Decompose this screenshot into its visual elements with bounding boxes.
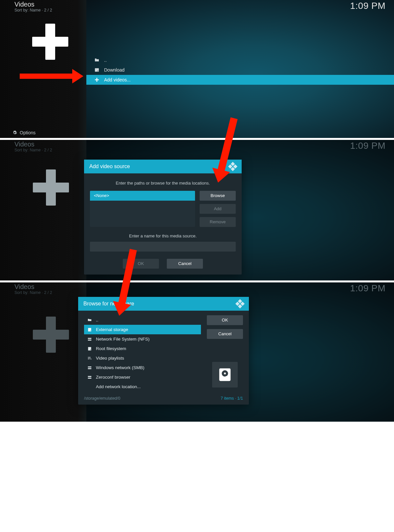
list-row-add-videos[interactable]: Add videos... <box>86 75 394 85</box>
browse-row-video-playlists[interactable]: Video playlists <box>84 353 201 363</box>
browse-row-zeroconf[interactable]: Zeroconf browser <box>84 372 201 382</box>
browse-row-smb[interactable]: Windows network (SMB) <box>84 363 201 372</box>
name-message: Enter a name for this media source. <box>90 233 236 238</box>
status-path: /storage/emulated/0 <box>84 396 120 401</box>
path-row-none[interactable]: <None> <box>90 191 195 201</box>
svg-rect-6 <box>88 347 91 350</box>
network-icon <box>87 366 92 370</box>
list-row-download[interactable]: Download <box>86 65 394 75</box>
sidebar: Videos Sort by: Name · 2 / 2 <box>0 140 86 280</box>
row-label: Windows network (SMB) <box>96 365 144 370</box>
file-list: .. External storage Network File System … <box>84 315 201 391</box>
page-title: Videos <box>14 1 34 8</box>
svg-rect-9 <box>88 368 92 369</box>
svg-rect-5 <box>88 340 92 341</box>
sort-subtitle: Sort by: Name · 2 / 2 <box>14 148 52 152</box>
plus-small-icon <box>94 77 99 82</box>
folder-icon <box>94 57 99 63</box>
blank-icon <box>87 385 92 389</box>
page-title: Videos <box>14 283 34 291</box>
svg-point-3 <box>90 330 91 331</box>
remove-path-button[interactable]: Remove <box>200 217 236 227</box>
sort-subtitle: Sort by: Name · 2 / 2 <box>14 290 52 295</box>
browse-row-root[interactable]: Root filesystem <box>84 344 201 353</box>
annotation-arrow-1 <box>20 74 73 79</box>
status-items: 7 items · 1/1 <box>221 396 243 401</box>
ok-button[interactable]: OK <box>207 315 243 325</box>
browse-row-parent[interactable]: .. <box>84 315 201 325</box>
sidebar: Videos Sort by: Name · 2 / 2 <box>0 282 86 422</box>
add-path-button[interactable]: Add <box>200 204 236 214</box>
gear-icon <box>12 130 17 135</box>
svg-rect-11 <box>88 378 92 379</box>
svg-rect-10 <box>88 376 92 377</box>
panel-2-add-source-dialog: Videos Sort by: Name · 2 / 2 1:09 PM Add… <box>0 140 394 280</box>
svg-point-14 <box>224 372 226 374</box>
svg-rect-8 <box>88 366 92 367</box>
page-title: Videos <box>14 141 34 148</box>
row-label: .. <box>104 57 107 63</box>
row-label: Download <box>104 67 124 73</box>
row-label: Zeroconf browser <box>96 375 130 380</box>
dialog-browse-share: Browse for new share .. External storage… <box>78 297 249 405</box>
row-label: Add network location... <box>96 384 141 389</box>
clock: 1:09 PM <box>350 141 385 151</box>
plus-icon <box>33 317 69 353</box>
svg-point-7 <box>90 349 91 350</box>
cancel-button[interactable]: Cancel <box>207 329 243 339</box>
source-name-input[interactable] <box>90 242 236 252</box>
panel-3-browse-share: Videos Sort by: Name · 2 / 2 1:09 PM Bro… <box>0 282 394 422</box>
network-icon <box>87 337 92 342</box>
row-label: Video playlists <box>96 356 124 361</box>
network-icon <box>87 375 92 380</box>
svg-rect-4 <box>88 338 92 339</box>
browse-button[interactable]: Browse <box>200 191 236 201</box>
list-row-parent[interactable]: .. <box>86 55 394 65</box>
drive-thumbnail <box>212 362 238 388</box>
row-label: Add videos... <box>104 77 131 82</box>
sort-subtitle: Sort by: Name · 2 / 2 <box>14 8 52 12</box>
status-bar: /storage/emulated/0 7 items · 1/1 <box>78 394 249 405</box>
kodi-logo-icon <box>235 299 245 309</box>
panel-1-add-videos: Videos Sort by: Name · 2 / 2 Options .. … <box>0 0 394 138</box>
options-label: Options <box>20 130 35 135</box>
svg-point-1 <box>98 71 98 71</box>
plus-icon <box>32 24 68 60</box>
dialog-body: Enter the paths or browse for the media … <box>84 173 242 275</box>
drive-icon <box>87 346 92 351</box>
browse-row-add-network[interactable]: Add network location... <box>84 382 201 391</box>
row-label: Root filesystem <box>96 346 126 351</box>
row-label: External storage <box>96 327 128 332</box>
clock: 1:09 PM <box>350 1 385 11</box>
browse-row-nfs[interactable]: Network File System (NFS) <box>84 334 201 344</box>
kodi-logo-icon <box>228 161 238 171</box>
playlist-icon <box>87 356 92 361</box>
plus-icon <box>33 169 69 206</box>
main-content: .. Download Add videos... <box>86 0 394 138</box>
options-button[interactable]: Options <box>12 130 35 135</box>
clock: 1:09 PM <box>350 283 385 294</box>
cancel-button[interactable]: Cancel <box>167 259 203 269</box>
svg-rect-2 <box>88 328 91 331</box>
path-list[interactable]: <None> <box>90 191 195 227</box>
browse-row-external-storage[interactable]: External storage <box>84 325 201 334</box>
dialog-title: Add video source <box>89 164 130 169</box>
folder-up-icon <box>87 318 92 322</box>
row-label: Network File System (NFS) <box>96 337 150 342</box>
disk-icon <box>94 67 99 73</box>
svg-rect-0 <box>95 68 99 72</box>
dialog-header: Browse for new share <box>78 297 249 311</box>
row-label: .. <box>96 318 98 322</box>
drive-icon <box>87 327 92 332</box>
